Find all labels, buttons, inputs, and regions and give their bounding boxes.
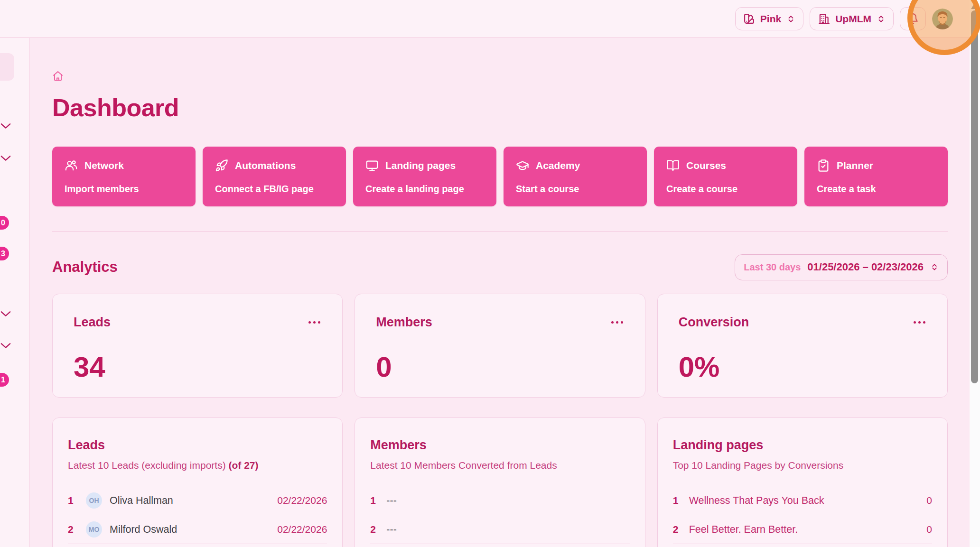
quick-action-subtitle: Create a landing page [365,184,484,195]
sidebar-active-item[interactable] [0,53,14,81]
analytics-header: Analytics Last 30 days 01/25/2026 – 02/2… [52,254,948,280]
quick-action-landing-pages[interactable]: Landing pages Create a landing page [353,147,496,206]
row-rank: 1 [370,495,383,506]
list-subtitle: Latest 10 Members Converted from Leads [370,458,629,472]
chevron-up-down-icon [877,14,886,24]
avatar-initials: MO [86,521,102,538]
quick-action-title: Planner [837,160,873,171]
workspace-selector-label: UpMLM [835,13,871,25]
list-card-landing-pages: Landing pages Top 10 Landing Pages by Co… [657,417,948,547]
ellipsis-menu-icon[interactable] [308,318,321,326]
ellipsis-menu-icon[interactable] [913,318,926,326]
list-card-leads: Leads Latest 10 Leads (excluding imports… [52,417,343,547]
quick-action-planner[interactable]: Planner Create a task [804,147,948,206]
chevron-down-icon[interactable] [0,155,11,161]
list-title: Leads [68,438,327,453]
quick-action-title: Courses [686,160,726,171]
date-range-preset: Last 30 days [744,262,801,273]
lead-name: Oliva Hallman [110,495,173,507]
member-name: --- [386,524,396,536]
quick-action-subtitle: Create a task [817,184,935,195]
swatch-icon [743,13,755,25]
workspace-selector[interactable]: UpMLM [810,7,894,30]
row-rank: 2 [370,524,383,535]
ellipsis-menu-icon[interactable] [610,318,624,326]
list-title: Landing pages [673,438,932,453]
open-book-icon [666,159,680,172]
chevron-down-icon[interactable] [0,343,11,349]
analytics-title: Analytics [52,259,118,276]
quick-action-courses[interactable]: Courses Create a course [654,147,797,206]
scrollbar-thumb[interactable] [971,10,978,383]
notifications-button[interactable] [900,7,926,30]
conversion-count: 0 [926,524,932,535]
stats-row: Leads 34 Members 0 Conversion 0% [52,294,948,398]
list-item[interactable]: 2 --- [370,515,629,544]
list-title: Members [370,438,629,453]
stat-title: Conversion [679,315,749,330]
monitor-icon [365,159,379,172]
quick-action-subtitle: Import members [65,184,183,195]
list-subtitle: Top 10 Landing Pages by Conversions [673,458,932,472]
quick-action-automations[interactable]: Automations Connect a FB/IG page [203,147,346,206]
list-item[interactable]: 1 OH Oliva Hallman 02/22/2026 [68,486,327,515]
quick-action-title: Network [84,160,124,171]
row-rank: 2 [68,524,80,535]
quick-action-network[interactable]: Network Import members [52,147,196,206]
stat-value: 0% [679,351,926,383]
lead-name: Milford Oswald [110,524,177,536]
chevron-up-down-icon [786,14,795,24]
graduation-cap-icon [516,159,529,172]
landing-page-name[interactable]: Feel Better. Earn Better. [689,524,798,536]
bell-icon [907,13,919,25]
lists-row: Leads Latest 10 Leads (excluding imports… [52,417,948,547]
scrollbar[interactable] [970,0,980,547]
row-rank: 1 [673,495,685,506]
chevron-down-icon[interactable] [0,123,11,129]
lead-date: 02/22/2026 [277,495,327,506]
lead-date: 02/22/2026 [277,524,327,535]
stat-card-leads: Leads 34 [52,294,343,398]
list-item[interactable]: 1 --- [370,486,629,515]
theme-selector[interactable]: Pink [735,7,803,30]
user-avatar[interactable] [932,9,953,29]
rocket-icon [215,159,228,172]
main-content: Dashboard Network Import members [29,38,980,547]
section-divider [52,231,948,232]
sidebar: 0 3 1 [0,38,29,547]
quick-actions: Network Import members Automations [52,147,948,206]
scroll-up-arrow-icon[interactable] [971,3,979,9]
stat-card-conversion: Conversion 0% [657,294,948,398]
top-header: Pink UpMLM [0,0,980,38]
sidebar-count-badge: 1 [0,373,9,387]
quick-action-subtitle: Connect a FB/IG page [215,184,334,195]
stat-title: Leads [74,315,111,330]
quick-action-title: Academy [536,160,580,171]
conversion-count: 0 [926,495,932,506]
clipboard-check-icon [817,159,830,172]
quick-action-title: Automations [235,160,296,171]
date-range-selector[interactable]: Last 30 days 01/25/2026 – 02/23/2026 [735,254,948,280]
row-rank: 1 [68,495,80,506]
sidebar-count-badge: 0 [0,216,9,230]
list-subtitle: Latest 10 Leads (excluding imports) (of … [68,458,327,472]
chevron-down-icon[interactable] [0,311,11,317]
people-icon [65,159,78,172]
avatar-initials: OH [86,492,102,509]
quick-action-academy[interactable]: Academy Start a course [504,147,647,206]
list-item[interactable]: 2 MO Milford Oswald 02/22/2026 [68,515,327,544]
home-icon[interactable] [52,70,948,82]
quick-action-subtitle: Start a course [516,184,635,195]
sidebar-count-badge: 3 [0,247,9,260]
landing-page-name[interactable]: Wellness That Pays You Back [689,495,824,507]
stat-card-members: Members 0 [355,294,645,398]
quick-action-title: Landing pages [385,160,456,171]
building-icon [818,13,830,25]
date-range-value: 01/25/2026 – 02/23/2026 [807,261,924,273]
stat-value: 0 [376,351,624,383]
list-item[interactable]: 1 Wellness That Pays You Back 0 [673,486,932,515]
list-item[interactable]: 2 Feel Better. Earn Better. 0 [673,515,932,544]
stat-title: Members [376,315,432,330]
row-rank: 2 [673,524,685,535]
chevron-up-down-icon [930,262,939,272]
